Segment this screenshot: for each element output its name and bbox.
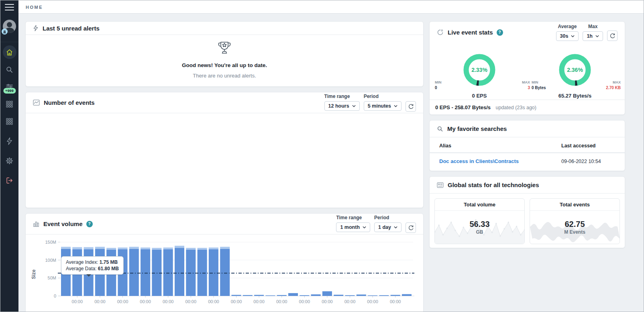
card-title: Last 5 unread alerts: [43, 25, 100, 32]
status-updated: updated (23s ago): [495, 105, 536, 110]
help-icon[interactable]: ?: [497, 29, 503, 36]
chevron-down-icon: [394, 105, 397, 107]
chevron-down-icon: [571, 35, 575, 37]
period-select[interactable]: 5 minutes: [364, 101, 401, 111]
period-label: Period: [364, 94, 401, 99]
max-select[interactable]: 1h: [583, 31, 603, 41]
search-icon: [437, 126, 443, 132]
min-stat: MIN0: [435, 80, 442, 91]
bar-data-segment: [243, 295, 253, 296]
x-axis-label: 00:00: [390, 299, 401, 304]
notification-count-badge[interactable]: +999: [3, 88, 16, 94]
column-header-last-accessed: Last accessed: [561, 143, 613, 149]
card-title: My favorite searches: [447, 125, 507, 132]
max-stat: MAX2.70 KB: [602, 80, 621, 91]
x-axis-label: 00:00: [344, 299, 356, 304]
tile-title: Total volume: [435, 199, 524, 211]
bar-data-segment: [175, 248, 184, 296]
news-card-icon: [437, 182, 444, 188]
tooltip-arrow: [86, 274, 91, 277]
bar-data-segment: [209, 249, 218, 296]
refresh-button[interactable]: [406, 101, 416, 112]
time-range-select[interactable]: 12 hours: [324, 101, 360, 111]
bar-data-segment: [163, 249, 173, 296]
tile-unit: GB: [476, 229, 483, 235]
menu-icon[interactable]: [5, 4, 14, 10]
period-select[interactable]: 1 day: [374, 222, 401, 232]
hand-badge-icon: [2, 29, 8, 35]
period-label: Period: [374, 215, 401, 220]
bar-index-segment: [198, 248, 207, 249]
alerts-empty-state: Good news! You're all up to date. There …: [26, 35, 423, 79]
max-stat: MAX3: [518, 80, 530, 91]
chevron-down-icon: [595, 35, 599, 37]
chevron-down-icon: [352, 105, 356, 107]
bar-data-segment: [311, 294, 321, 296]
bar-data-segment: [357, 295, 366, 296]
y-axis-label: 150M: [45, 240, 56, 245]
tile-value: 56.33: [469, 220, 489, 229]
refresh-icon: [408, 104, 414, 110]
bar-data-segment: [322, 292, 332, 296]
donut-percent: 2.33%: [461, 67, 497, 73]
bar-data-segment: [345, 295, 355, 296]
breadcrumb[interactable]: HOME: [26, 5, 43, 10]
x-axis-label: 00:00: [140, 299, 151, 304]
y-axis-title: Size: [31, 269, 37, 279]
event-volume-card: Event volume ? Time range 1 month Period…: [25, 213, 424, 312]
refresh-icon: [408, 225, 414, 231]
status-rates: 0 EPS - 258.07 Bytes/s: [435, 104, 491, 110]
card-title: Global stats for all technologies: [448, 181, 539, 188]
average-select[interactable]: 30s: [556, 31, 579, 41]
bar-data-segment: [379, 295, 389, 296]
bar-data-segment: [129, 249, 139, 296]
time-range-label: Time range: [324, 94, 360, 99]
sidebar-item-logout[interactable]: [3, 173, 16, 187]
sidebar-item-search[interactable]: [3, 63, 16, 76]
chart-tooltip: Average Index: 1.75 MB Average Data: 61.…: [61, 256, 124, 275]
bar-data-segment: [265, 296, 275, 296]
tile-value: 62.75: [565, 220, 585, 229]
donut-icon: [437, 29, 444, 36]
total-volume-tile: Total volume 56.33 GB: [434, 198, 525, 244]
x-axis-label: 00:00: [94, 299, 106, 304]
table-header-row: Alias Last accessed: [430, 137, 625, 153]
favorite-search-link[interactable]: Doc access in Clients\Contracts: [439, 158, 519, 164]
refresh-button[interactable]: [607, 31, 618, 41]
min-stat: MIN0 Bytes: [532, 80, 546, 91]
time-range-select[interactable]: 1 month: [336, 222, 370, 232]
sidebar-item-settings[interactable]: [3, 154, 16, 167]
refresh-button[interactable]: [406, 222, 416, 233]
bar-index-segment: [129, 247, 139, 249]
empty-state-headline: Good news! You're all up to date.: [26, 62, 423, 68]
bar-index-segment: [152, 248, 161, 249]
x-axis-label: 00:00: [322, 299, 333, 304]
bar-index-segment: [141, 247, 150, 249]
bar-data-segment: [402, 294, 412, 296]
bar-index-segment: [106, 248, 116, 249]
chevron-down-icon: [363, 226, 366, 228]
sidebar-item-alerts[interactable]: [3, 134, 16, 148]
sidebar-item-home[interactable]: [3, 45, 16, 59]
x-axis-label: 00:00: [163, 299, 174, 304]
user-profile[interactable]: [0, 16, 18, 42]
sidebar-item-apps-grid[interactable]: [3, 97, 16, 111]
help-icon[interactable]: ?: [86, 221, 93, 227]
sidebar-item-modules-grid[interactable]: [3, 114, 16, 128]
time-range-label: Time range: [336, 215, 370, 220]
max-label: Max: [588, 24, 597, 29]
sidebar: +999: [0, 0, 18, 312]
topbar: HOME: [18, 0, 644, 14]
x-axis-label: 00:00: [253, 299, 265, 304]
live-event-stats-card: Live event stats ? Average 30s Max 1h: [429, 21, 625, 115]
bar-data-segment: [300, 295, 309, 296]
bar-index-segment: [186, 248, 196, 249]
favorite-searches-card: My favorite searches Alias Last accessed…: [429, 120, 625, 171]
average-label: Average: [558, 24, 577, 29]
total-events-tile: Total events 62.75 M Events: [530, 198, 620, 244]
bar-data-segment: [334, 295, 343, 296]
global-stats-card: Global stats for all technologies Total …: [429, 176, 625, 248]
x-axis-label: 00:00: [208, 299, 219, 304]
number-of-events-card: Number of events Time range 12 hours Per…: [25, 92, 424, 208]
bar-index-segment: [118, 247, 128, 249]
